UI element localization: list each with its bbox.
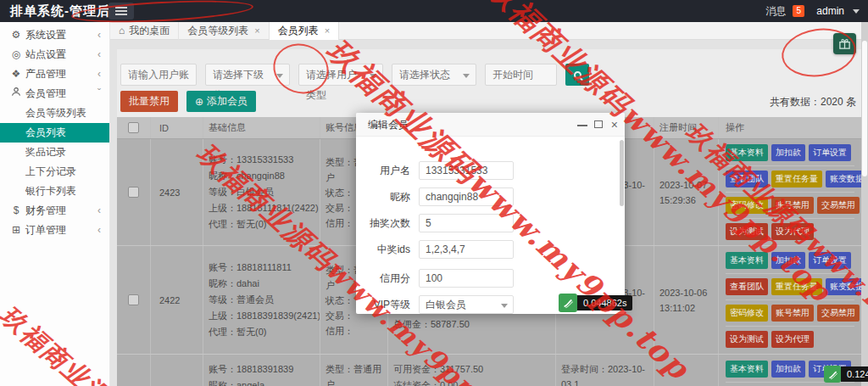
reset-tasks-button[interactable]: 重置任务量 bbox=[771, 278, 822, 295]
set-agent-button[interactable]: 设为代理 bbox=[771, 223, 814, 240]
close-icon[interactable]: × bbox=[325, 22, 330, 40]
add-deduct-button[interactable]: 加扣款 bbox=[771, 252, 805, 269]
search-button[interactable] bbox=[565, 64, 589, 86]
user-icon bbox=[9, 84, 23, 103]
sidebar-item-member-list[interactable]: 会员列表 bbox=[0, 123, 109, 143]
user-type-select[interactable]: 请选择用户类型 bbox=[298, 64, 383, 86]
header-id: ID bbox=[151, 117, 203, 138]
field-label: 用户名 bbox=[356, 161, 410, 180]
account-info-cell: 类型：普通用户 bbox=[320, 355, 388, 386]
member-id bbox=[151, 355, 203, 386]
chevron-left-icon: ‹ bbox=[97, 64, 101, 84]
status-select[interactable]: 请选择状态 bbox=[392, 64, 476, 86]
sidebar-item-system-settings[interactable]: ⚙ 系统设置 ‹ bbox=[0, 25, 109, 45]
minimize-icon[interactable] bbox=[577, 125, 587, 126]
sidebar-item-bankcard-list[interactable]: 银行卡列表 bbox=[0, 182, 109, 201]
chevron-left-icon: ‹ bbox=[97, 25, 101, 45]
set-test-button[interactable]: 设为测试 bbox=[726, 331, 768, 348]
disable-account-button[interactable]: 账号禁用 bbox=[771, 305, 814, 322]
batch-disable-button[interactable]: 批量禁用 bbox=[120, 91, 178, 112]
winning-ids-field[interactable] bbox=[419, 240, 514, 259]
topbar: 排单系统-管理后台 消息 5 admin bbox=[0, 0, 868, 22]
account-search-input[interactable] bbox=[120, 64, 197, 86]
maximize-icon[interactable] bbox=[594, 120, 603, 128]
funds-info-cell: 可用资金：311757.50 冻结资金：0.00 bbox=[388, 355, 556, 386]
add-deduct-button[interactable]: 加扣款 bbox=[771, 361, 805, 378]
header-register-time: 注册时间 bbox=[654, 117, 719, 138]
tab-member-list[interactable]: 会员列表 × bbox=[270, 22, 339, 40]
table-row: 账号：18818391839 昵称：angela 类型：普通用户 可用资金：31… bbox=[117, 355, 861, 386]
chevron-down-icon bbox=[276, 74, 283, 78]
base-info-cell: 账号：18818111811 昵称：dahai 等级：普通会员 上级：18818… bbox=[203, 246, 320, 354]
page-scrollbar[interactable] bbox=[861, 22, 868, 386]
nickname-field[interactable] bbox=[419, 187, 514, 206]
row-checkbox[interactable] bbox=[128, 187, 139, 198]
scrollbar-thumb[interactable] bbox=[862, 41, 867, 176]
toolbar: 批量禁用 ⊕ 添加会员 bbox=[120, 91, 256, 112]
select-all-checkbox[interactable] bbox=[128, 122, 139, 133]
messages-count-badge[interactable]: 5 bbox=[793, 5, 804, 17]
render-time-label: 0.124967s bbox=[841, 366, 868, 382]
thinkphp-logo-icon bbox=[559, 294, 577, 312]
header-operations: 操作 bbox=[719, 117, 861, 138]
dialog-scrollbar[interactable] bbox=[620, 140, 624, 206]
commission-total: 总佣金：58787.50 bbox=[393, 316, 550, 333]
basic-info-button[interactable]: 基本资料 bbox=[726, 361, 768, 378]
messages-link[interactable]: 消息 bbox=[765, 4, 786, 19]
tab-desktop[interactable]: ⌂ 我的桌面 bbox=[110, 22, 179, 40]
set-test-button[interactable]: 设为测试 bbox=[726, 223, 768, 240]
chevron-left-icon: ‹ bbox=[97, 221, 101, 240]
order-settings-button[interactable]: 订单设置 bbox=[809, 144, 851, 161]
chevron-down-icon bbox=[463, 74, 470, 78]
total-count-label: 共有数据：2020 条 bbox=[770, 95, 856, 109]
sidebar-item-finance-management[interactable]: $ 财务管理 ‹ bbox=[0, 201, 109, 221]
agent-select[interactable]: 请选择下级代理 bbox=[205, 64, 290, 86]
tab-member-level-list[interactable]: 会员等级列表 × bbox=[179, 22, 269, 40]
username-field[interactable] bbox=[419, 161, 514, 180]
close-icon[interactable]: × bbox=[254, 22, 259, 40]
draw-times-field[interactable] bbox=[419, 214, 514, 232]
add-member-button[interactable]: ⊕ 添加会员 bbox=[186, 91, 256, 112]
sidebar-item-site-settings[interactable]: ◎ 站点设置 ‹ bbox=[0, 45, 109, 64]
sidebar-item-updown-records[interactable]: 上下分记录 bbox=[0, 162, 109, 182]
filter-bar: 请选择下级代理 请选择用户类型 请选择状态 bbox=[120, 64, 589, 86]
edit-member-dialog: 编辑会员 × 用户名 昵称 抽奖次数 中奖ids 信用分 VIP等级 白银会员 … bbox=[356, 113, 625, 314]
set-agent-button[interactable]: 设为代理 bbox=[771, 331, 814, 348]
sidebar-item-member-management[interactable]: 会员管理 ˇ bbox=[0, 84, 109, 103]
user-menu[interactable]: admin bbox=[816, 5, 844, 17]
disable-account-button[interactable]: 账号禁用 bbox=[771, 197, 814, 214]
home-icon: ⌂ bbox=[119, 22, 125, 40]
sidebar-item-product-management[interactable]: ❖ 产品管理 ‹ bbox=[0, 64, 109, 84]
field-label: 信用分 bbox=[356, 269, 410, 288]
order-settings-button[interactable]: 订单设置 bbox=[809, 252, 851, 269]
register-time-cell bbox=[654, 355, 719, 386]
view-team-button[interactable]: 查看团队 bbox=[726, 278, 768, 295]
sidebar-item-member-level-list[interactable]: 会员等级列表 bbox=[0, 103, 109, 123]
chevron-down-icon bbox=[370, 74, 376, 78]
operations-cell: 基本资料 加扣款 订单设置 查看团队 重置任务量 账变数据 密码修改 账号禁用 … bbox=[719, 246, 861, 354]
disable-trade-button[interactable]: 交易禁用 bbox=[817, 197, 860, 214]
account-changes-button[interactable]: 账变数据 bbox=[826, 171, 861, 187]
thinkphp-time-badge: 0.124967s bbox=[824, 366, 868, 383]
close-icon[interactable]: × bbox=[611, 118, 618, 131]
account-changes-button[interactable]: 账变数据 bbox=[826, 278, 861, 295]
change-password-button[interactable]: 密码修改 bbox=[726, 305, 768, 322]
vip-level-select[interactable]: 白银会员 bbox=[419, 295, 514, 314]
reset-tasks-button[interactable]: 重置任务量 bbox=[771, 171, 822, 187]
start-time-input[interactable] bbox=[485, 64, 557, 86]
basic-info-button[interactable]: 基本资料 bbox=[726, 144, 768, 161]
row-checkbox[interactable] bbox=[128, 294, 139, 305]
basic-info-button[interactable]: 基本资料 bbox=[726, 252, 768, 269]
sidebar-item-prize-records[interactable]: 奖品记录 bbox=[0, 143, 109, 162]
hamburger-menu-icon[interactable] bbox=[108, 3, 134, 20]
gift-widget-icon[interactable] bbox=[833, 33, 856, 54]
sidebar-item-order-management[interactable]: ⊞ 订单管理 ‹ bbox=[0, 221, 109, 240]
disable-trade-button[interactable]: 交易禁用 bbox=[817, 305, 860, 322]
gear-icon: ⚙ bbox=[9, 25, 23, 45]
view-team-button[interactable]: 查看团队 bbox=[726, 171, 768, 187]
credit-score-field[interactable] bbox=[419, 269, 514, 288]
base-info-cell: 账号：13315331533 昵称：changqin88 等级：白银会员 上级：… bbox=[203, 139, 320, 245]
add-deduct-button[interactable]: 加扣款 bbox=[771, 144, 805, 161]
sidebar: ⚙ 系统设置 ‹ ◎ 站点设置 ‹ ❖ 产品管理 ‹ 会员管理 ˇ 会员等级列表… bbox=[0, 22, 110, 386]
change-password-button[interactable]: 密码修改 bbox=[726, 197, 768, 214]
